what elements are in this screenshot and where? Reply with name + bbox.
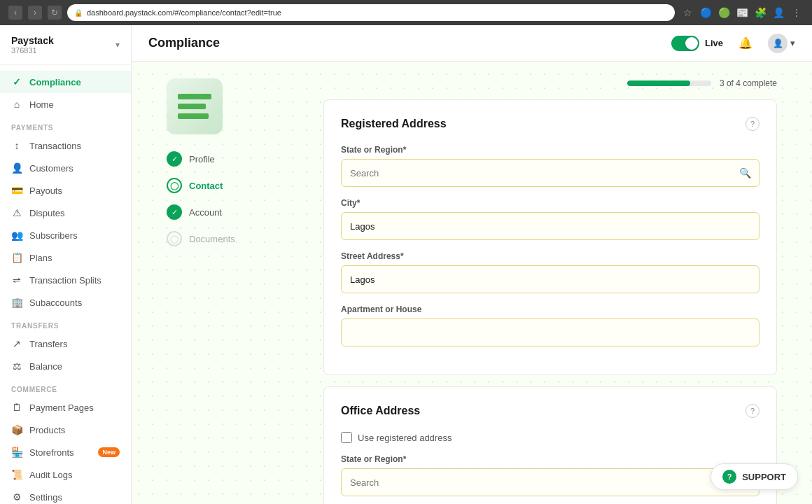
brand-name: Paystack bbox=[11, 35, 54, 46]
sidebar-item-audit-logs[interactable]: 📜 Audit Logs bbox=[0, 463, 131, 486]
notifications-button[interactable]: 🔔 bbox=[734, 32, 757, 55]
sidebar-item-label: Subscribers bbox=[29, 230, 78, 241]
use-registered-label[interactable]: Use registered address bbox=[358, 433, 451, 443]
sidebar-item-label: Products bbox=[29, 425, 65, 435]
street-input[interactable] bbox=[341, 265, 760, 293]
support-button[interactable]: ? SUPPORT bbox=[710, 463, 798, 490]
user-menu-button[interactable]: 👤 ▾ bbox=[768, 34, 795, 53]
city-label: City* bbox=[341, 198, 760, 208]
products-icon: 📦 bbox=[11, 424, 22, 435]
wizard-step-account[interactable]: ✓ Account bbox=[167, 204, 307, 220]
sidebar-item-storefronts[interactable]: 🏪 Storefronts New bbox=[0, 441, 131, 463]
logo-line-3 bbox=[178, 113, 209, 119]
sidebar-item-customers[interactable]: 👤 Customers bbox=[0, 157, 131, 179]
sidebar-item-label: Customers bbox=[29, 163, 74, 174]
street-field-group: Street Address* bbox=[341, 251, 760, 293]
transaction-splits-icon: ⇌ bbox=[11, 274, 22, 286]
sidebar-item-payment-pages[interactable]: 🗒 Payment Pages bbox=[0, 396, 131, 419]
transfers-icon: ↗ bbox=[11, 338, 22, 349]
registered-address-info-icon[interactable]: ? bbox=[746, 117, 760, 131]
sidebar-item-label: Compliance bbox=[29, 77, 81, 88]
ext2-button[interactable]: 🟢 bbox=[717, 6, 731, 20]
sidebar-item-label: Settings bbox=[29, 492, 62, 503]
apartment-label: Apartment or House bbox=[341, 304, 760, 314]
step-indicator-documents: ◯ bbox=[167, 231, 182, 246]
use-registered-checkbox[interactable] bbox=[341, 432, 352, 443]
sidebar-item-home[interactable]: ⌂ Home bbox=[0, 93, 131, 115]
city-field-group: City* bbox=[341, 198, 760, 240]
logo-line-1 bbox=[178, 94, 211, 99]
city-input[interactable] bbox=[341, 212, 760, 240]
registered-address-header: Registered Address ? bbox=[341, 117, 760, 131]
step-label-profile: Profile bbox=[189, 154, 215, 164]
main-content: Compliance Live 🔔 👤 ▾ bbox=[132, 25, 812, 504]
customers-icon: 👤 bbox=[11, 162, 22, 174]
state-input[interactable] bbox=[341, 159, 760, 187]
menu-button[interactable]: ⋮ bbox=[790, 6, 804, 20]
live-toggle[interactable]: Live bbox=[671, 36, 723, 51]
ext1-button[interactable]: 🔵 bbox=[699, 6, 713, 20]
star-button[interactable]: ☆ bbox=[680, 6, 694, 20]
sidebar: Paystack 376831 ▾ ✓ Compliance ⌂ Home PA… bbox=[0, 25, 132, 504]
sidebar-item-payouts[interactable]: 💳 Payouts bbox=[0, 179, 131, 202]
state-input-wrapper: 🔍 bbox=[341, 159, 760, 187]
profile-button[interactable]: 👤 bbox=[771, 6, 785, 20]
toggle-switch[interactable] bbox=[671, 36, 699, 51]
state-field-group: State or Region* 🔍 bbox=[341, 145, 760, 187]
sidebar-item-subscribers[interactable]: 👥 Subscribers bbox=[0, 224, 131, 246]
office-state-input[interactable] bbox=[341, 468, 760, 496]
wizard-logo bbox=[167, 78, 223, 134]
sidebar-item-label: Subaccounts bbox=[29, 298, 82, 308]
sidebar-item-settings[interactable]: ⚙ Settings bbox=[0, 486, 131, 504]
progress-section: 3 of 4 complete bbox=[323, 78, 777, 88]
sidebar-item-disputes[interactable]: ⚠ Disputes bbox=[0, 202, 131, 224]
sidebar-item-label: Transaction Splits bbox=[29, 275, 102, 286]
wizard-step-contact[interactable]: ◯ Contact bbox=[167, 178, 307, 193]
audit-logs-icon: 📜 bbox=[11, 469, 22, 480]
sidebar-item-label: Payment Pages bbox=[29, 402, 94, 413]
home-icon: ⌂ bbox=[11, 99, 22, 110]
settings-icon: ⚙ bbox=[11, 491, 22, 503]
sidebar-item-compliance[interactable]: ✓ Compliance bbox=[0, 71, 131, 93]
sidebar-item-label: Plans bbox=[29, 253, 52, 263]
url-text: dashboard.paystack.com/#/compliance/cont… bbox=[87, 8, 281, 17]
commerce-section-label: COMMERCE bbox=[0, 377, 131, 396]
chevron-down-icon: ▾ bbox=[790, 38, 795, 48]
support-icon: ? bbox=[722, 470, 736, 484]
browser-bar: ‹ › ↻ 🔒 dashboard.paystack.com/#/complia… bbox=[0, 0, 812, 25]
wizard-step-profile[interactable]: ✓ Profile bbox=[167, 151, 307, 167]
office-state-input-wrapper: 🔍 bbox=[341, 468, 760, 496]
sidebar-item-subaccounts[interactable]: 🏢 Subaccounts bbox=[0, 291, 131, 314]
ext4-button[interactable]: 🧩 bbox=[753, 6, 767, 20]
transactions-icon: ↕ bbox=[11, 140, 22, 151]
chevron-down-icon[interactable]: ▾ bbox=[115, 40, 120, 50]
sidebar-nav: ✓ Compliance ⌂ Home PAYMENTS ↕ Transacti… bbox=[0, 65, 131, 504]
office-address-title: Office Address bbox=[341, 405, 420, 417]
forward-button[interactable]: › bbox=[28, 6, 42, 20]
wizard-steps: ✓ Profile ◯ Contact ✓ Account ◯ Document… bbox=[167, 151, 307, 246]
back-button[interactable]: ‹ bbox=[8, 6, 22, 20]
payment-pages-icon: 🗒 bbox=[11, 402, 22, 413]
main-header: Compliance Live 🔔 👤 ▾ bbox=[132, 25, 812, 62]
ext3-button[interactable]: 📰 bbox=[735, 6, 749, 20]
wizard-step-documents[interactable]: ◯ Documents bbox=[167, 231, 307, 246]
transfers-section-label: TRANSFERS bbox=[0, 314, 131, 332]
sidebar-item-transaction-splits[interactable]: ⇌ Transaction Splits bbox=[0, 269, 131, 291]
reload-button[interactable]: ↻ bbox=[48, 6, 62, 20]
apartment-input[interactable] bbox=[341, 318, 760, 346]
form-content: 3 of 4 complete Registered Address ? Sta… bbox=[323, 78, 777, 504]
sidebar-item-products[interactable]: 📦 Products bbox=[0, 419, 131, 441]
avatar: 👤 bbox=[768, 34, 788, 53]
sidebar-item-balance[interactable]: ⚖ Balance bbox=[0, 355, 131, 377]
brand-info: Paystack 376831 bbox=[11, 35, 54, 55]
sidebar-item-transfers[interactable]: ↗ Transfers bbox=[0, 332, 131, 355]
step-label-documents: Documents bbox=[189, 234, 235, 244]
sidebar-item-label: Home bbox=[29, 99, 54, 110]
plans-icon: 📋 bbox=[11, 252, 22, 263]
sidebar-item-plans[interactable]: 📋 Plans bbox=[0, 246, 131, 269]
office-state-label: State or Region* bbox=[341, 454, 760, 464]
sidebar-item-transactions[interactable]: ↕ Transactions bbox=[0, 134, 131, 157]
step-label-account: Account bbox=[189, 207, 222, 218]
office-address-info-icon[interactable]: ? bbox=[746, 404, 760, 418]
payments-section-label: PAYMENTS bbox=[0, 115, 131, 134]
